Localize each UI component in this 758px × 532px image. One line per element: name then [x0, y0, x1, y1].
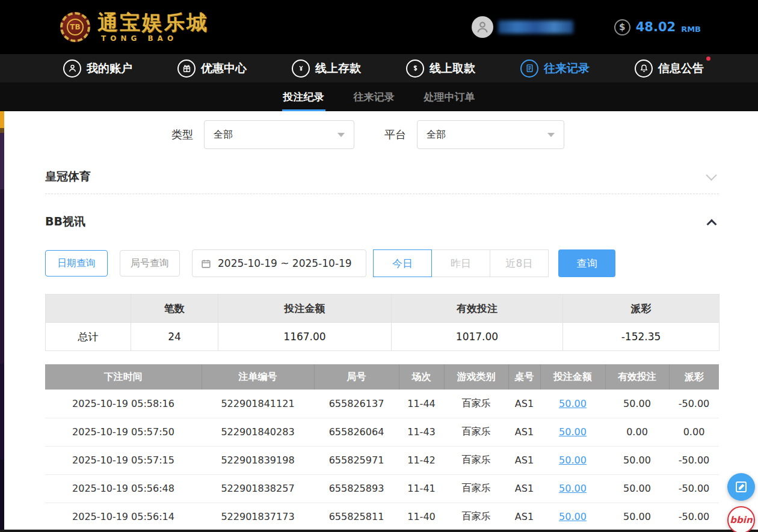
nav-item-announcements[interactable]: 信息公告 — [635, 60, 704, 78]
cell-round: 655826064 — [314, 418, 399, 446]
type-label: 类型 — [171, 127, 193, 142]
detail-header-order: 注单编号 — [202, 364, 314, 390]
table-row: 2025-10-19 05:57:15 522901839198 6558259… — [45, 446, 719, 474]
top-header: TB 通宝娱乐城 TONG BAO $ 48.02 RMB — [0, 0, 758, 54]
tab-processing-orders[interactable]: 处理中订单 — [423, 82, 476, 111]
cell-session: 11-40 — [399, 503, 444, 531]
cell-session: 11-44 — [399, 390, 444, 418]
detail-header-round: 局号 — [314, 364, 399, 390]
cell-order: 522901837173 — [202, 503, 314, 531]
nav-item-promotions[interactable]: 优惠中心 — [177, 60, 247, 78]
cell-game: 百家乐 — [444, 446, 508, 474]
cell-table: AS1 — [508, 418, 540, 446]
summary-header-payout: 派彩 — [563, 295, 719, 323]
cell-order: 522901838257 — [202, 474, 314, 503]
bet-amount-link[interactable]: 50.00 — [559, 454, 587, 466]
balance[interactable]: $ 48.02 RMB — [614, 19, 701, 35]
table-row: 2025-10-19 05:56:14 522901837173 6558258… — [45, 503, 719, 531]
summary-count: 24 — [131, 323, 218, 351]
logo-subtitle: TONG BAO — [97, 34, 209, 43]
chevron-up-icon[interactable] — [707, 219, 717, 230]
deposit-coin-icon — [292, 60, 310, 78]
withdraw-coin-icon — [406, 60, 424, 78]
records-icon — [520, 60, 538, 78]
edit-chat-icon — [734, 480, 748, 494]
detail-header-table: 桌号 — [508, 364, 540, 390]
content: 类型 全部 平台 全部 皇冠体育 BB视讯 日 — [0, 120, 758, 531]
tab-bet-records[interactable]: 投注纪录 — [282, 82, 325, 111]
cell-time: 2025-10-19 05:57:50 — [45, 418, 202, 446]
page: TB 通宝娱乐城 TONG BAO $ 48.02 RMB 我的账户 优惠中心 — [0, 0, 758, 532]
nav-label: 往来记录 — [544, 61, 590, 76]
cell-payout: -50.00 — [669, 446, 719, 474]
user-icon — [63, 60, 81, 78]
last8days-button[interactable]: 近8日 — [490, 249, 549, 277]
bet-amount-link[interactable]: 50.00 — [559, 398, 587, 409]
summary-header-row: 笔数 投注金额 有效投注 派彩 — [46, 295, 719, 323]
tab-transaction-records[interactable]: 往来记录 — [353, 82, 396, 111]
bet-amount-link[interactable]: 50.00 — [559, 426, 587, 438]
cell-valid: 50.00 — [605, 446, 669, 474]
nav-item-deposit[interactable]: 线上存款 — [292, 60, 361, 78]
nav-label: 信息公告 — [658, 61, 704, 76]
type-dropdown[interactable]: 全部 — [204, 120, 354, 149]
summary-payout: -152.35 — [563, 323, 719, 351]
bbin-logo-button[interactable]: bbin — [727, 506, 755, 532]
type-dropdown-value: 全部 — [214, 129, 233, 141]
cell-table: AS1 — [508, 474, 540, 503]
yesterday-button[interactable]: 昨日 — [431, 249, 490, 277]
section-bb-video[interactable]: BB视讯 — [45, 209, 719, 235]
today-button[interactable]: 今日 — [373, 249, 432, 277]
platform-dropdown-value: 全部 — [427, 129, 446, 141]
user-icon — [475, 19, 490, 35]
quick-date-segment: 今日 昨日 近8日 — [374, 249, 549, 277]
summary-header-count: 笔数 — [131, 295, 218, 323]
subnav: 投注纪录 往来记录 处理中订单 — [0, 82, 758, 111]
nav-label: 优惠中心 — [201, 61, 247, 76]
search-button[interactable]: 查询 — [558, 249, 615, 277]
section-crown-sports[interactable]: 皇冠体育 — [45, 164, 719, 190]
summary-table: 笔数 投注金额 有效投注 派彩 总计 24 1167.00 1017.00 -1… — [45, 294, 719, 351]
platform-dropdown[interactable]: 全部 — [417, 120, 564, 149]
cell-game: 百家乐 — [444, 503, 508, 531]
bet-amount-link[interactable]: 50.00 — [559, 511, 587, 522]
bell-icon — [635, 60, 653, 78]
customer-service-button[interactable] — [727, 473, 755, 501]
bet-amount-link[interactable]: 50.00 — [559, 483, 587, 494]
user-area[interactable] — [472, 16, 573, 38]
cell-time: 2025-10-19 05:57:15 — [45, 446, 202, 474]
logo-title: 通宝娱乐城 — [97, 11, 209, 34]
cell-round: 655825971 — [314, 446, 399, 474]
platform-label: 平台 — [384, 127, 406, 142]
main-nav: 我的账户 优惠中心 线上存款 线上取款 往来记录 信息公告 — [0, 54, 758, 82]
balance-currency: RMB — [681, 21, 701, 34]
cell-valid: 50.00 — [605, 503, 669, 531]
cell-order: 522901839198 — [202, 446, 314, 474]
table-row: 2025-10-19 05:56:48 522901838257 6558258… — [45, 474, 719, 503]
detail-header-game: 游戏类别 — [444, 364, 508, 390]
background-edge-strip — [0, 111, 4, 532]
filter-row: 类型 全部 平台 全部 — [45, 120, 719, 149]
cell-game: 百家乐 — [444, 390, 508, 418]
gift-icon — [177, 60, 196, 78]
cell-valid: 50.00 — [605, 474, 669, 503]
nav-item-my-account[interactable]: 我的账户 — [63, 60, 132, 78]
nav-item-withdraw[interactable]: 线上取款 — [406, 60, 475, 78]
chevron-down-icon — [337, 133, 345, 137]
cell-game: 百家乐 — [444, 418, 508, 446]
nav-item-records[interactable]: 往来记录 — [520, 60, 590, 78]
site-logo[interactable]: TB 通宝娱乐城 TONG BAO — [60, 11, 209, 42]
calendar-icon — [200, 258, 212, 269]
table-row: 2025-10-19 05:58:16 522901841121 6558261… — [45, 390, 719, 418]
summary-total-row: 总计 24 1167.00 1017.00 -152.35 — [46, 323, 719, 351]
cell-game: 百家乐 — [444, 474, 508, 503]
summary-header-valid-bet: 有效投注 — [392, 295, 563, 323]
summary-header-blank — [46, 295, 131, 323]
notification-badge — [706, 57, 710, 61]
avatar[interactable] — [472, 16, 493, 38]
round-query-button[interactable]: 局号查询 — [120, 250, 180, 277]
chevron-down-icon[interactable] — [706, 170, 716, 180]
date-query-button[interactable]: 日期查询 — [45, 250, 108, 277]
date-range-input[interactable]: 2025-10-19 ~ 2025-10-19 — [192, 249, 366, 277]
detail-header-valid: 有效投注 — [605, 364, 669, 390]
